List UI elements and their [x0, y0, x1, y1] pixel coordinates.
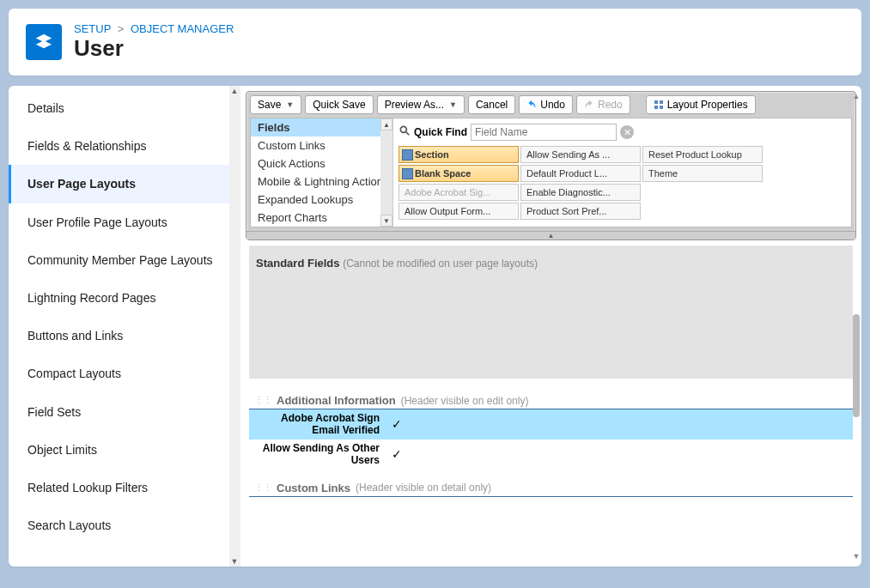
section-header[interactable]: ⋮⋮ Additional Information (Header visibl… [249, 392, 853, 409]
layout-canvas: Standard Fields (Cannot be modified on u… [240, 246, 861, 567]
undo-button[interactable]: Undo [519, 95, 573, 114]
save-button[interactable]: Save▼ [250, 95, 301, 114]
category-custom-links[interactable]: Custom Links [251, 136, 392, 155]
category-quick-actions[interactable]: Quick Actions [251, 155, 392, 173]
category-report-charts[interactable]: Report Charts [251, 209, 392, 227]
redo-button[interactable]: Redo [576, 95, 630, 114]
sidebar-nav: Details Fields & Relationships User Page… [9, 86, 240, 567]
custom-links-section: ⋮⋮ Custom Links (Header visible on detai… [249, 480, 853, 497]
drag-handle-icon[interactable]: ⋮⋮ [254, 482, 271, 494]
block-title: Standard Fields [256, 257, 340, 270]
category-mobile-lightning-actions[interactable]: Mobile & Lightning Actions [251, 173, 392, 191]
preview-as-button[interactable]: Preview As...▼ [377, 95, 465, 114]
palette-toolbar: Save▼ Quick Save Preview As...▼ Cancel U… [246, 92, 855, 118]
undo-icon [526, 100, 537, 110]
palette-collapse-handle[interactable]: ▲ [246, 231, 855, 239]
dropdown-caret-icon: ▼ [449, 100, 457, 109]
palette-chip-section[interactable]: Section [398, 146, 519, 163]
sidebar-item-search-layouts[interactable]: Search Layouts [9, 506, 240, 544]
drag-handle-icon[interactable]: ⋮⋮ [254, 395, 271, 406]
layout-properties-button[interactable]: Layout Properties [646, 95, 756, 114]
cancel-button[interactable]: Cancel [468, 95, 515, 114]
sidebar-item-fields-relationships[interactable]: Fields & Relationships [9, 127, 240, 165]
breadcrumb-object-manager[interactable]: OBJECT MANAGER [131, 22, 234, 35]
palette-chip[interactable]: Allow Output Form... [398, 203, 519, 220]
checkmark-icon: ✓ [392, 447, 402, 461]
svg-line-5 [406, 132, 410, 136]
svg-rect-3 [660, 106, 663, 109]
field-label: Allow Sending As Other Users [249, 439, 386, 470]
svg-rect-0 [654, 100, 658, 104]
section-header[interactable]: ⋮⋮ Custom Links (Header visible on detai… [249, 480, 853, 497]
quick-find-input[interactable] [471, 124, 617, 141]
sidebar-item-buttons-and-links[interactable]: Buttons and Links [9, 317, 240, 355]
section-note: (Header visible on edit only) [401, 395, 529, 407]
category-scrollbar[interactable]: ▲ ▼ [380, 118, 392, 227]
search-icon [398, 124, 411, 140]
category-expanded-lookups[interactable]: Expanded Lookups [251, 191, 392, 209]
sidebar-item-object-limits[interactable]: Object Limits [9, 431, 240, 469]
redo-icon [584, 100, 594, 110]
main-scrollbar[interactable]: ▲ ▼ [851, 91, 861, 561]
palette-chip[interactable]: Product Sort Pref... [520, 203, 641, 220]
sidebar-item-compact-layouts[interactable]: Compact Layouts [9, 355, 240, 392]
svg-rect-2 [654, 106, 658, 109]
quick-save-button[interactable]: Quick Save [305, 95, 373, 114]
section-note: (Header visible on detail only) [356, 482, 491, 494]
scroll-down-icon[interactable]: ▼ [229, 556, 240, 567]
page-header: SETUP > OBJECT MANAGER User [9, 9, 861, 76]
sidebar-item-user-page-layouts[interactable]: User Page Layouts [9, 165, 240, 203]
sidebar-item-lightning-record-pages[interactable]: Lightning Record Pages [9, 279, 240, 317]
sidebar-item-community-member-page-layouts[interactable]: Community Member Page Layouts [9, 241, 240, 279]
field-label: Adobe Acrobat Sign Email Verified [249, 409, 386, 439]
palette-field-grid: Section Allow Sending As ... Reset Produ… [398, 146, 846, 220]
palette-chip[interactable]: Theme [642, 165, 763, 182]
object-icon [26, 24, 62, 60]
palette-chip[interactable]: Enable Diagnostic... [520, 184, 641, 201]
svg-point-4 [400, 126, 406, 132]
layout-field-row[interactable]: Allow Sending As Other Users ✓ [249, 439, 853, 470]
svg-rect-1 [660, 100, 663, 104]
scroll-down-icon[interactable]: ▼ [380, 215, 392, 227]
layout-palette: Save▼ Quick Save Preview As...▼ Cancel U… [246, 91, 856, 240]
sidebar-item-field-sets[interactable]: Field Sets [9, 393, 240, 431]
palette-chip[interactable]: Default Product L... [520, 165, 641, 182]
section-title: Custom Links [277, 482, 350, 494]
dropdown-caret-icon: ▼ [286, 100, 294, 109]
scroll-up-icon[interactable]: ▲ [380, 118, 392, 130]
layout-field-row[interactable]: Adobe Acrobat Sign Email Verified ✓ [249, 409, 853, 439]
palette-chip[interactable]: Reset Product Lookup [642, 146, 763, 163]
palette-chip[interactable]: Adobe Acrobat Sig... [398, 184, 519, 201]
additional-info-section: ⋮⋮ Additional Information (Header visibl… [249, 392, 853, 470]
sidebar-item-related-lookup-filters[interactable]: Related Lookup Filters [9, 469, 240, 506]
sidebar-item-user-profile-page-layouts[interactable]: User Profile Page Layouts [9, 203, 240, 241]
scroll-up-icon[interactable]: ▲ [229, 86, 240, 96]
block-note: (Cannot be modified on user page layouts… [343, 258, 538, 270]
sidebar-scrollbar[interactable]: ▲ ▼ [229, 86, 240, 567]
palette-chip[interactable]: Allow Sending As ... [520, 146, 641, 163]
quick-find-label: Quick Find [414, 126, 467, 138]
scrollbar-thumb[interactable] [853, 314, 860, 417]
page-title: User [74, 35, 234, 62]
breadcrumb: SETUP > OBJECT MANAGER [74, 22, 234, 35]
grid-icon [654, 100, 664, 110]
section-title: Additional Information [277, 394, 396, 407]
palette-chip-blank-space[interactable]: Blank Space [398, 165, 519, 182]
scroll-up-icon[interactable]: ▲ [851, 91, 861, 101]
breadcrumb-sep: > [118, 22, 125, 35]
checkmark-icon: ✓ [392, 417, 402, 431]
category-fields[interactable]: Fields [251, 118, 392, 136]
palette-category-list: Fields Custom Links Quick Actions Mobile… [251, 118, 393, 227]
standard-fields-block: Standard Fields (Cannot be modified on u… [249, 246, 853, 379]
breadcrumb-setup[interactable]: SETUP [74, 22, 111, 35]
clear-icon[interactable]: ✕ [620, 125, 634, 139]
scroll-down-icon[interactable]: ▼ [851, 551, 861, 561]
sidebar-item-details[interactable]: Details [9, 89, 240, 127]
